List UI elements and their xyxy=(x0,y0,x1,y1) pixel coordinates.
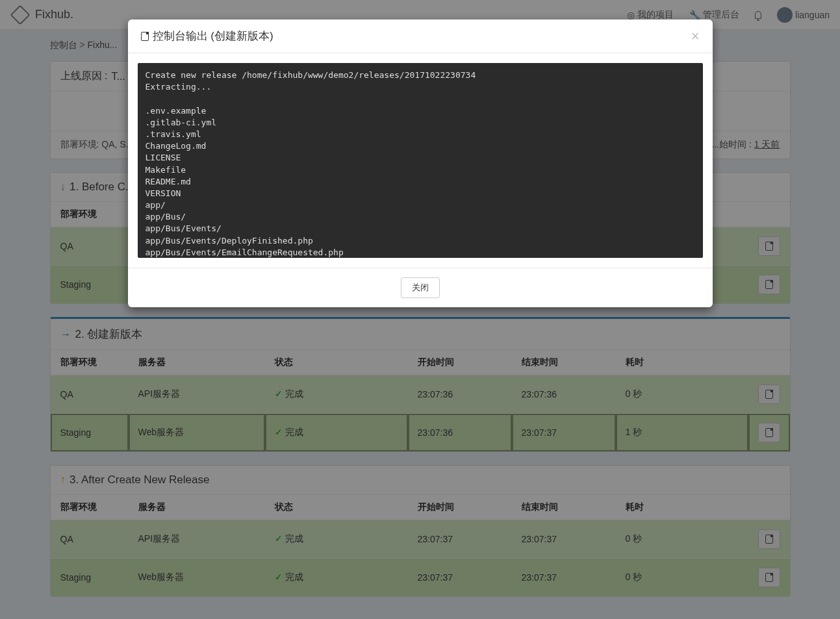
modal-title: 控制台输出 (创建新版本) xyxy=(153,29,274,44)
console-output-modal: 控制台输出 (创建新版本) × Create new release /home… xyxy=(128,19,713,307)
modal-close-x[interactable]: × xyxy=(691,29,700,44)
console-output[interactable]: Create new release /home/fixhub/www/demo… xyxy=(138,63,703,258)
file-icon xyxy=(141,32,149,41)
modal-body: Create new release /home/fixhub/www/demo… xyxy=(128,53,713,268)
modal-close-button[interactable]: 关闭 xyxy=(401,277,440,298)
modal-footer: 关闭 xyxy=(128,268,713,307)
modal-header: 控制台输出 (创建新版本) × xyxy=(128,19,713,53)
